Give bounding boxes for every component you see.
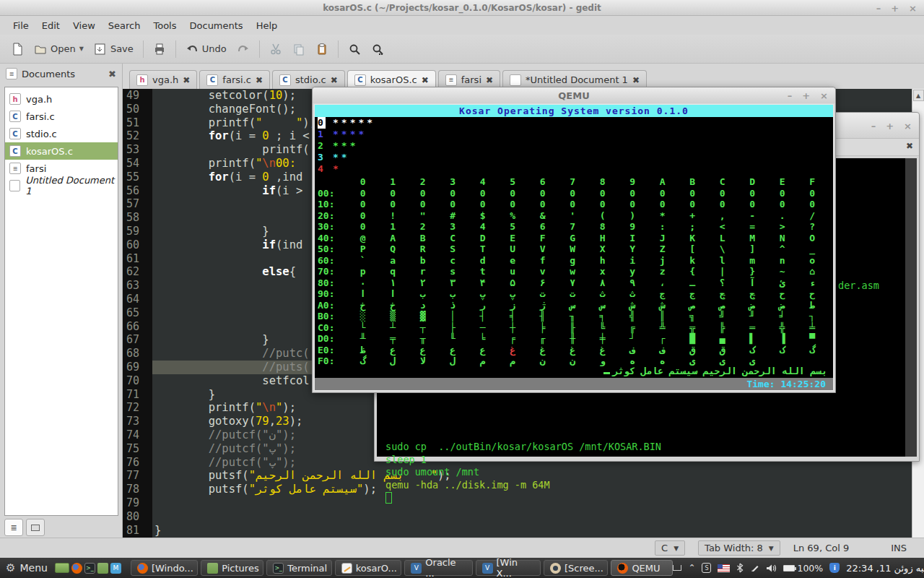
list-item-kosaros.c[interactable]: CkosarOS.c [5,142,118,160]
list-item-farsi.c[interactable]: Cfarsi.c [5,108,118,125]
code-line-80: 80 [123,510,924,524]
taskbar-button--win-x-[interactable]: V[Win X... [476,560,541,576]
close-button[interactable]: × [909,3,917,14]
print-button[interactable] [148,40,171,59]
tab-farsi.c[interactable]: Cfarsi.c✖ [199,70,270,89]
open-dropdown-arrow[interactable]: ▼ [79,46,84,52]
menu-item-search[interactable]: Search [103,18,147,33]
h-file-icon: h [9,93,21,105]
list-item-untitled-document-1[interactable]: Untitled Document 1 [5,177,118,194]
new-document-button[interactable] [6,40,29,59]
tab-close-icon[interactable]: ✖ [183,75,190,85]
tab-vga.h[interactable]: hvga.h✖ [129,70,197,89]
taskbar-button--windo-[interactable]: [Windo... [131,560,198,576]
line-number: 50 [123,103,152,116]
taskbar-button-oracle-[interactable]: VOracle ... [404,560,472,576]
keyboard-layout-flag-icon[interactable] [718,564,730,572]
qemu-minimize-button[interactable]: – [788,90,793,101]
tab-close-icon[interactable]: ✖ [256,75,263,85]
taskbar-button-qemu[interactable]: QEMU [611,560,673,576]
qemu-star-line: 0***** [315,117,833,129]
taskbar-button-terminal[interactable]: >_Terminal [266,560,331,576]
firefox-launcher[interactable] [71,561,82,575]
editor-launcher[interactable]: M [110,561,121,575]
menu-button[interactable]: ⚙ Menu [3,561,55,574]
text-file-icon: ≡ [445,74,457,86]
menu-item-documents[interactable]: Documents [184,18,249,33]
battery-indicator[interactable]: 100% [783,563,823,574]
terminal-tab-close-icon[interactable]: ✖ [906,141,913,151]
sidebar-close-icon[interactable]: ✖ [108,69,116,79]
line-number: 55 [123,171,152,184]
qemu-star-line: 4* [315,163,833,175]
line-number: 71 [123,388,152,402]
document-list: hvga.hCfarsi.cCstdio.cCkosarOS.c≡farsiUn… [4,87,118,516]
terminal-launcher[interactable]: >_ [84,561,95,575]
qemu-close-button[interactable]: × [820,90,828,101]
charset-row-70: 70:pqrstuvwxyz{|}~⌂ [315,266,833,277]
folder-icon [97,563,108,574]
open-button[interactable]: Open▼ [29,40,89,59]
maximize-button[interactable]: + [891,3,899,14]
menu-item-file[interactable]: File [7,18,35,33]
terminal-minimize-button[interactable]: – [871,121,876,131]
taskbar-button-pictures[interactable]: Pictures [201,560,263,576]
menu-item-edit[interactable]: Edit [36,18,66,33]
terminal-scrollbar[interactable] [905,158,917,457]
menu-item-tools[interactable]: Tools [147,18,182,33]
tab-width-dropdown[interactable]: Tab Width: 8▼ [698,540,780,556]
scroll-up-arrow[interactable]: ▲ [913,90,924,101]
tab-close-icon[interactable]: ✖ [486,75,493,85]
copy-button[interactable] [287,40,310,59]
vbox-icon: V [411,563,422,574]
code-text: } [152,333,269,347]
paste-button[interactable] [310,40,334,59]
taskbar-button-kosaro-[interactable]: kosarO... [335,560,402,576]
code-text [152,211,154,225]
qemu-maximize-button[interactable]: + [802,90,810,101]
show-desktop-button[interactable] [55,561,69,575]
save-button[interactable]: Save [89,40,139,59]
find-button[interactable] [343,40,366,59]
list-item-stdio.c[interactable]: Cstdio.c [5,125,118,142]
replace-button[interactable] [366,40,389,59]
menu-item-help[interactable]: Help [250,18,284,33]
redo-button[interactable] [232,40,255,59]
taskbar-button--scree-[interactable]: [Scree... [544,560,608,576]
terminal-icon: >_ [84,563,95,574]
terminal-close-button[interactable]: × [904,121,912,131]
list-item-label: farsi [26,163,46,174]
code-text [152,197,154,211]
terminal-maximize-button[interactable]: + [886,121,894,131]
line-number: 53 [123,143,152,157]
code-text: printf("\n00: [152,157,302,171]
qemu-screen[interactable]: Kosar Operating System version 0.1.0 0**… [314,104,834,391]
documents-view-button[interactable]: ≣ [4,519,23,536]
undo-button[interactable]: Undo [180,40,232,59]
tab-close-icon[interactable]: ✖ [331,75,338,85]
new-document-icon [11,43,24,56]
line-number: 72 [123,401,152,415]
qemu-window-title: QEMU [558,90,589,101]
tab-close-icon[interactable]: ✖ [422,75,429,85]
list-item-vga.h[interactable]: hvga.h [5,90,118,108]
cut-button[interactable] [264,40,287,59]
bluetooth-icon[interactable] [736,563,744,573]
files-launcher[interactable] [97,561,108,575]
minimize-button[interactable]: – [876,3,881,14]
window-placeholder-icon[interactable] [673,565,681,571]
tablet-settings-icon[interactable]: S [702,563,711,573]
volume-icon[interactable] [766,564,777,573]
code-line-79: 79 [123,496,924,510]
language-dropdown[interactable]: C▼ [655,540,685,556]
collapse-tray-icon[interactable]: ⌃ [688,563,695,573]
line-number: 81 [123,524,152,538]
terminal-line: sudo umount /mnt [385,466,479,478]
stylus-icon[interactable] [750,564,759,573]
tab-close-icon[interactable]: ✖ [632,75,640,85]
clock[interactable]: چهارشنبه زوئن 11, 22:34 [846,563,924,574]
menu-item-view[interactable]: View [67,18,101,33]
charset-row-10: 10:0000000000000000 [315,199,833,210]
update-shield-icon[interactable]: i [829,563,840,573]
tag-view-button[interactable] [26,519,45,536]
